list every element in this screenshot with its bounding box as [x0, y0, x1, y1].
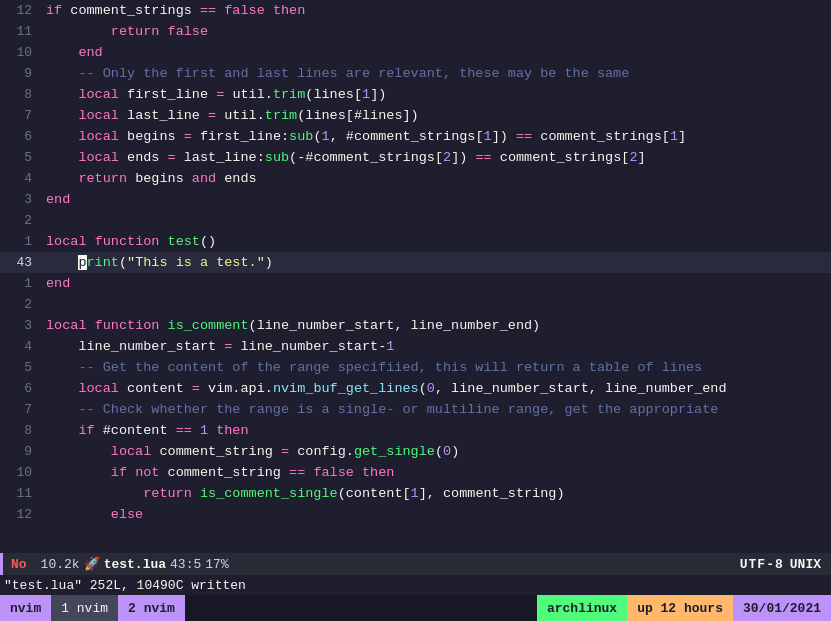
line-num: 6 — [0, 126, 42, 147]
line-content: if not comment_string == false then — [42, 462, 831, 483]
line-content: -- Get the content of the range specifii… — [42, 357, 831, 378]
code-line-5: 5 local ends = last_line:sub(-#comment_s… — [0, 147, 831, 168]
line-num: 10 — [0, 42, 42, 63]
line-content: local function test() — [42, 231, 831, 252]
code-line-8: 8 local first_line = util.trim(lines[1]) — [0, 84, 831, 105]
code-lines: 12 if comment_strings == false then 11 r… — [0, 0, 831, 553]
encoding: UTF-8 — [740, 557, 784, 572]
line-num: 9 — [0, 441, 42, 462]
editor: 12 if comment_strings == false then 11 r… — [0, 0, 831, 621]
line-content: if comment_strings == false then — [42, 0, 831, 21]
line-num: 5 — [0, 357, 42, 378]
os-type: UNIX — [790, 557, 821, 572]
file-pos: 43:5 — [170, 557, 201, 572]
uptime-label: up 12 hours — [627, 595, 733, 621]
line-num: 7 — [0, 105, 42, 126]
line-content: end — [42, 273, 831, 294]
line-content: end — [42, 42, 831, 63]
line-content: local comment_string = config.get_single… — [42, 441, 831, 462]
code-line-1: 1 local function test() — [0, 231, 831, 252]
line-num: 8 — [0, 420, 42, 441]
message-text: "test.lua" 252L, 10490C written — [4, 578, 246, 593]
arch-label: archlinux — [537, 595, 627, 621]
line-content: -- Check whether the range is a single- … — [42, 399, 831, 420]
line-num: 3 — [0, 189, 42, 210]
code-line-2: 2 — [0, 210, 831, 231]
line-content: return begins and ends — [42, 168, 831, 189]
bottom-statusbar: nvim 1 nvim 2 nvim archlinux up 12 hours… — [0, 595, 831, 621]
line-num: 12 — [0, 504, 42, 525]
right-statusbar: archlinux up 12 hours 30/01/2021 — [537, 595, 831, 621]
code-line-end-2: 2 — [0, 294, 831, 315]
message-line: "test.lua" 252L, 10490C written — [0, 575, 831, 595]
line-content: local ends = last_line:sub(-#comment_str… — [42, 147, 831, 168]
status-line: No 10.2k 🚀 test.lua 43:5 17% UTF-8 UNIX — [0, 553, 831, 575]
line-content: local first_line = util.trim(lines[1]) — [42, 84, 831, 105]
date-label: 30/01/2021 — [733, 595, 831, 621]
line-content: return is_comment_single(content[1], com… — [42, 483, 831, 504]
code-line-end-9: 9 local comment_string = config.get_sing… — [0, 441, 831, 462]
code-line-end-4: 4 line_number_start = line_number_start-… — [0, 336, 831, 357]
line-num: 6 — [0, 378, 42, 399]
nvim-label: nvim — [0, 595, 51, 621]
code-line-end-5: 5 -- Get the content of the range specif… — [0, 357, 831, 378]
line-content: else — [42, 504, 831, 525]
code-line-end-12: 12 else — [0, 504, 831, 525]
line-content: local content = vim.api.nvim_buf_get_lin… — [42, 378, 831, 399]
status-info: 10.2k 🚀 test.lua 43:5 17% — [35, 553, 235, 575]
code-line-end-11: 11 return is_comment_single(content[1], … — [0, 483, 831, 504]
line-content: print("This is a test.") — [42, 252, 831, 273]
line-num: 4 — [0, 336, 42, 357]
line-num: 9 — [0, 63, 42, 84]
line-content: return false — [42, 21, 831, 42]
line-content: -- Only the first and last lines are rel… — [42, 63, 831, 84]
code-line-7: 7 local last_line = util.trim(lines[#lin… — [0, 105, 831, 126]
code-line-10: 10 end — [0, 42, 831, 63]
file-size: 10.2k — [41, 557, 80, 572]
file-percent: 17% — [205, 557, 228, 572]
line-num: 1 — [0, 231, 42, 252]
code-line-43-current: 43 print("This is a test.") — [0, 252, 831, 273]
line-num: 12 — [0, 0, 42, 21]
code-line-12: 12 if comment_strings == false then — [0, 0, 831, 21]
code-line-4: 4 return begins and ends — [0, 168, 831, 189]
line-num: 4 — [0, 168, 42, 189]
code-line-end-7: 7 -- Check whether the range is a single… — [0, 399, 831, 420]
line-num: 5 — [0, 147, 42, 168]
code-line-end-6: 6 local content = vim.api.nvim_buf_get_l… — [0, 378, 831, 399]
line-num: 43 — [0, 252, 42, 273]
line-num: 8 — [0, 84, 42, 105]
tab2[interactable]: 2 nvim — [118, 595, 185, 621]
line-content: local begins = first_line:sub(1, #commen… — [42, 126, 831, 147]
code-line-end-1: 1 end — [0, 273, 831, 294]
line-num: 2 — [0, 210, 42, 231]
code-line-end-3: 3 local function is_comment(line_number_… — [0, 315, 831, 336]
line-num: 7 — [0, 399, 42, 420]
code-area: 12 if comment_strings == false then 11 r… — [0, 0, 831, 553]
line-content: line_number_start = line_number_start-1 — [42, 336, 831, 357]
line-content: end — [42, 189, 831, 210]
line-content — [42, 210, 831, 231]
rocket-icon: 🚀 — [84, 556, 100, 572]
code-line-11: 11 return false — [0, 21, 831, 42]
line-num: 11 — [0, 21, 42, 42]
line-content: if #content == 1 then — [42, 420, 831, 441]
code-line-3: 3 end — [0, 189, 831, 210]
line-content — [42, 294, 831, 315]
encoding-info: UTF-8 UNIX — [730, 557, 831, 572]
code-line-6: 6 local begins = first_line:sub(1, #comm… — [0, 126, 831, 147]
line-num: 1 — [0, 273, 42, 294]
filename: test.lua — [104, 557, 166, 572]
line-num: 10 — [0, 462, 42, 483]
code-line-end-8: 8 if #content == 1 then — [0, 420, 831, 441]
line-num: 2 — [0, 294, 42, 315]
status-mode: No — [3, 553, 35, 575]
line-num: 11 — [0, 483, 42, 504]
line-content: local last_line = util.trim(lines[#lines… — [42, 105, 831, 126]
code-line-9: 9 -- Only the first and last lines are r… — [0, 63, 831, 84]
line-num: 3 — [0, 315, 42, 336]
code-line-end-10: 10 if not comment_string == false then — [0, 462, 831, 483]
tab1[interactable]: 1 nvim — [51, 595, 118, 621]
line-content: local function is_comment(line_number_st… — [42, 315, 831, 336]
